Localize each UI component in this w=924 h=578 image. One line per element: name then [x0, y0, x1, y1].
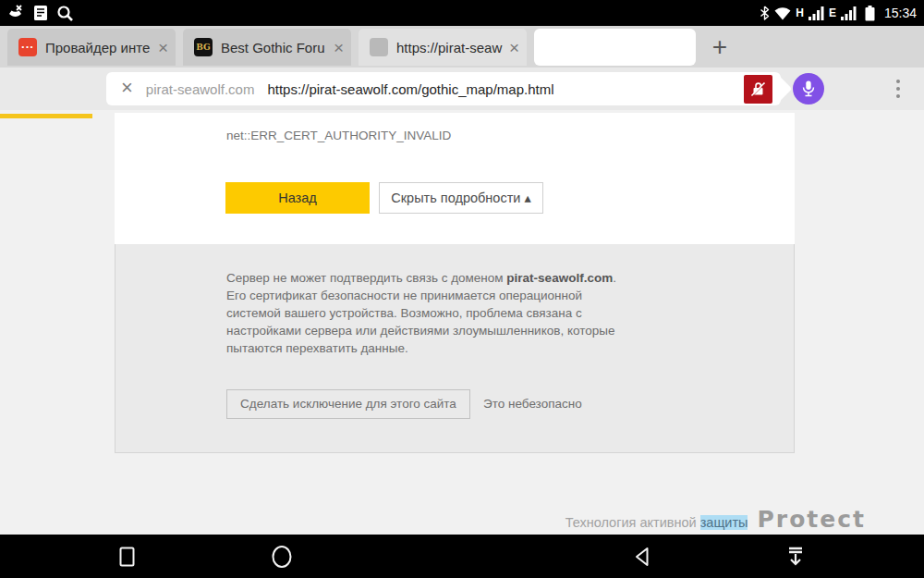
new-tab-button[interactable]: +	[704, 29, 736, 66]
error-description: Сервер не может подтвердить связь с доме…	[226, 269, 626, 357]
close-tab-icon[interactable]: ×	[158, 39, 168, 56]
page-load-progress-bar	[0, 114, 92, 118]
hide-navbar-button[interactable]	[785, 546, 806, 568]
address-bar: × pirat-seawolf.com https://pirat-seawol…	[0, 68, 924, 110]
address-domain: pirat-seawolf.com	[146, 81, 255, 97]
status-bar-left	[7, 5, 74, 22]
browser-menu-button[interactable]	[891, 76, 906, 102]
protect-logo: Protect	[757, 506, 866, 533]
clock: 15:34	[884, 6, 917, 20]
tab-title: Best Gothic Foru	[221, 40, 328, 55]
protect-footer-text: Технология активной	[565, 515, 700, 530]
tab-provider-forum[interactable]: ... Провайдер инте ×	[7, 29, 176, 66]
android-nav-bar	[0, 535, 924, 578]
close-icon[interactable]: ×	[106, 78, 146, 100]
microphone-icon	[800, 80, 817, 98]
close-tab-icon[interactable]: ×	[509, 39, 519, 56]
missed-call-icon	[7, 5, 25, 21]
ssl-error-card-top: net::ERR_CERT_AUTHORITY_INVALID Назад Ск…	[115, 113, 795, 244]
tab-pirat-seawolf[interactable]: https://pirat-seaw ×	[359, 29, 527, 66]
search-icon	[56, 5, 74, 22]
protect-footer-highlight: защиты	[700, 515, 748, 530]
close-tab-icon[interactable]: ×	[334, 39, 344, 56]
blank-page-favicon-icon	[370, 38, 388, 56]
tab-empty-active[interactable]	[534, 29, 696, 66]
back-button[interactable]: Назад	[225, 182, 370, 214]
make-exception-button[interactable]: Сделать исключение для этого сайта	[226, 389, 470, 419]
error-code: net::ERR_CERT_AUTHORITY_INVALID	[226, 129, 451, 142]
insecure-connection-badge[interactable]	[744, 75, 772, 104]
tab-title: https://pirat-seaw	[396, 40, 504, 55]
signal-bars-icon-2	[841, 6, 857, 20]
hide-details-button[interactable]: Скрыть подробности ▴	[379, 182, 543, 214]
battery-icon	[865, 6, 875, 21]
voice-search-button[interactable]	[793, 73, 824, 105]
red-forum-favicon-icon: ...	[18, 38, 37, 56]
tab-title: Провайдер инте	[45, 40, 152, 55]
wifi-icon	[774, 6, 791, 20]
network-type-h: H	[796, 7, 804, 18]
status-bar: H E 15:34	[0, 0, 924, 26]
address-field[interactable]: × pirat-seawolf.com https://pirat-seawol…	[106, 72, 781, 105]
ssl-error-details-section: Сервер не может подтвердить связь с доме…	[115, 244, 795, 453]
tab-best-gothic-forum[interactable]: BG Best Gothic Foru ×	[183, 29, 351, 66]
error-description-domain: pirat-seawolf.com	[506, 271, 613, 285]
protect-footer: Технология активной защиты Protect	[565, 506, 866, 533]
status-bar-right: H E 15:34	[760, 6, 917, 21]
page-content: net::ERR_CERT_AUTHORITY_INVALID Назад Ск…	[0, 110, 924, 535]
back-nav-button[interactable]	[634, 546, 650, 567]
error-description-prefix: Сервер не может подтвердить связь с доме…	[226, 271, 506, 285]
bluetooth-icon	[760, 6, 770, 20]
notes-icon	[33, 5, 48, 21]
crossed-lock-icon	[749, 80, 767, 98]
tab-bar: ... Провайдер инте × BG Best Gothic Foru…	[0, 26, 924, 68]
recents-button[interactable]	[119, 547, 135, 567]
network-type-e: E	[829, 7, 836, 18]
address-url[interactable]: https://pirat-seawolf.com/gothic_map/map…	[267, 81, 553, 97]
unsafe-label: Это небезопасно	[483, 397, 582, 411]
bg-logo-favicon-icon: BG	[194, 38, 213, 56]
signal-bars-icon-1	[808, 6, 824, 20]
home-button[interactable]	[271, 545, 293, 569]
